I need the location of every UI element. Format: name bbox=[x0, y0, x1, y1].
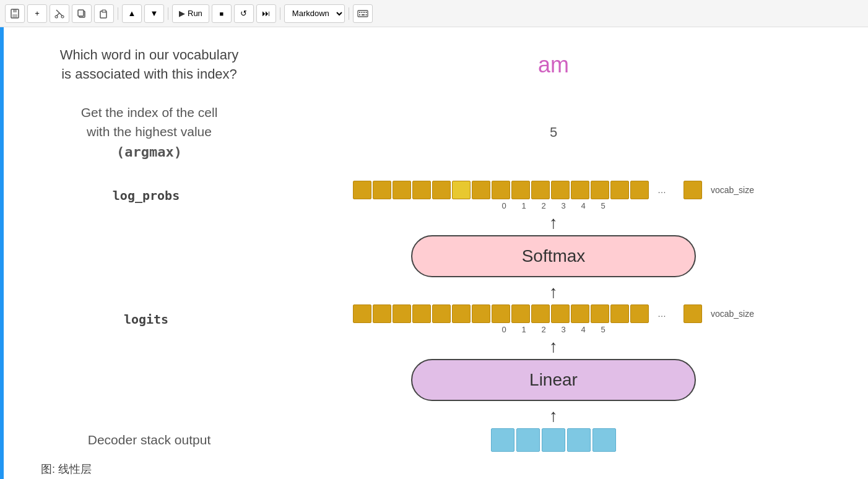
run-label: Run bbox=[188, 9, 202, 18]
argmax-line1: Get the index of the cell bbox=[81, 105, 218, 119]
logit-cell-11 bbox=[571, 304, 589, 323]
cell-type-select[interactable]: Markdown Code Raw bbox=[284, 4, 345, 23]
logit-cell-12 bbox=[591, 304, 609, 323]
log-probs-ellipsis: … bbox=[658, 185, 666, 195]
question-label: Which word in our vocabulary is associat… bbox=[41, 46, 276, 84]
keyboard-button[interactable] bbox=[353, 4, 373, 23]
logit-cell-9 bbox=[531, 304, 550, 323]
move-down-button[interactable]: ▼ bbox=[144, 4, 164, 23]
run-button[interactable]: ▶ Run bbox=[172, 4, 209, 23]
decoder-cells bbox=[491, 428, 616, 452]
logit-cell-0 bbox=[353, 304, 371, 323]
cell-1 bbox=[373, 181, 391, 199]
logit-cell-14 bbox=[630, 304, 649, 323]
cell-0 bbox=[353, 181, 371, 199]
logits-vocab-cell bbox=[684, 304, 702, 323]
linear-box: Linear bbox=[411, 359, 696, 401]
question-line2: is associated with this index? bbox=[61, 66, 237, 82]
restart-button[interactable]: ↺ bbox=[234, 4, 254, 23]
cell-9 bbox=[531, 181, 550, 199]
decoder-visual bbox=[276, 428, 831, 452]
logits-ellipsis-dots: … bbox=[658, 309, 666, 319]
logits-label: logits bbox=[124, 312, 175, 327]
logit-cell-4 bbox=[432, 304, 451, 323]
cell-14 bbox=[630, 181, 649, 199]
cell-3 bbox=[412, 181, 431, 199]
fig-caption: 图: 线性层 bbox=[41, 463, 92, 475]
paste-button[interactable] bbox=[94, 4, 114, 23]
divider-2 bbox=[168, 7, 168, 20]
log-probs-extra-cell bbox=[684, 181, 702, 199]
logit-cell-10 bbox=[551, 304, 570, 323]
decoder-label-col: Decoder stack output bbox=[41, 433, 276, 447]
vocab-cell bbox=[684, 181, 702, 199]
logit-cell-6 bbox=[472, 304, 490, 323]
logits-tensor-row: … vocab_size bbox=[353, 304, 754, 323]
log-probs-label-col: log_probs bbox=[41, 188, 276, 203]
log-probs-index-labels: 0 1 2 3 4 5 bbox=[494, 201, 613, 210]
diagram-area: Which word in our vocabulary is associat… bbox=[4, 27, 868, 479]
logits-visual: … vocab_size 0 1 2 3 4 5 bbox=[276, 304, 831, 334]
add-cell-button[interactable]: + bbox=[27, 4, 47, 23]
save-button[interactable] bbox=[5, 4, 25, 23]
idx-0: 0 bbox=[494, 201, 514, 210]
decoder-label: Decoder stack output bbox=[88, 433, 210, 447]
logits-tensor bbox=[353, 304, 649, 323]
arrow-up-logits: ↑ bbox=[549, 283, 558, 301]
svg-rect-12 bbox=[359, 12, 360, 13]
svg-rect-15 bbox=[365, 12, 367, 13]
decoder-cell-1 bbox=[516, 428, 540, 452]
argmax-label: Get the index of the cell with the highe… bbox=[41, 103, 276, 162]
move-up-button[interactable]: ▲ bbox=[122, 4, 142, 23]
svg-rect-17 bbox=[362, 14, 365, 15]
idx-4: 4 bbox=[573, 201, 593, 210]
cell-13 bbox=[610, 181, 629, 199]
arrow-up-softmax: ↑ bbox=[549, 214, 558, 231]
svg-rect-2 bbox=[12, 14, 17, 17]
log-probs-tensor bbox=[353, 181, 649, 199]
content-area: Which word in our vocabulary is associat… bbox=[0, 27, 868, 479]
logit-idx-0: 0 bbox=[494, 325, 514, 334]
ellipsis-dots: … bbox=[658, 185, 666, 195]
log-probs-tensor-row: … vocab_size bbox=[353, 181, 754, 199]
svg-rect-1 bbox=[13, 9, 17, 12]
svg-rect-8 bbox=[78, 10, 84, 16]
divider-1 bbox=[118, 7, 118, 20]
cut-button[interactable] bbox=[50, 4, 69, 23]
logit-cell-1 bbox=[373, 304, 391, 323]
answer-word-area: am bbox=[276, 52, 831, 78]
logits-extra-cell bbox=[684, 304, 702, 323]
idx-3: 3 bbox=[553, 201, 573, 210]
logits-ellipsis: … bbox=[658, 309, 666, 319]
divider-4 bbox=[349, 7, 349, 20]
argmax-line2: with the highest value bbox=[87, 124, 212, 139]
logit-idx-3: 3 bbox=[553, 325, 573, 334]
fig-caption-area: 图: 线性层 bbox=[41, 462, 92, 477]
decoder-cell-3 bbox=[567, 428, 591, 452]
cell-6 bbox=[472, 181, 490, 199]
decoder-cell-4 bbox=[592, 428, 616, 452]
logit-idx-2: 2 bbox=[534, 325, 553, 334]
log-probs-visual: … vocab_size 0 1 2 3 4 5 bbox=[276, 181, 831, 210]
logits-label-col: logits bbox=[41, 312, 276, 327]
svg-rect-10 bbox=[102, 10, 106, 12]
logit-idx-5: 5 bbox=[593, 325, 613, 334]
toolbar: + ▲ ▼ ▶ Run ■ ↺ ⏭ Markdown Code Raw bbox=[0, 0, 868, 27]
softmax-label: Softmax bbox=[522, 246, 586, 265]
svg-rect-14 bbox=[363, 12, 365, 13]
log-probs-cells bbox=[353, 181, 649, 199]
copy-button[interactable] bbox=[72, 4, 92, 23]
stop-button[interactable]: ■ bbox=[212, 4, 232, 23]
svg-rect-16 bbox=[359, 14, 360, 15]
linear-label: Linear bbox=[529, 370, 578, 389]
fast-forward-button[interactable]: ⏭ bbox=[256, 4, 276, 23]
logit-idx-1: 1 bbox=[514, 325, 534, 334]
logits-index-labels: 0 1 2 3 4 5 bbox=[494, 325, 613, 334]
idx-5: 5 bbox=[593, 201, 613, 210]
logit-cell-5 bbox=[452, 304, 471, 323]
log-probs-label: log_probs bbox=[113, 188, 186, 203]
idx-1: 1 bbox=[514, 201, 534, 210]
cell-7 bbox=[492, 181, 510, 199]
decoder-cell-0 bbox=[491, 428, 514, 452]
cell-8 bbox=[511, 181, 530, 199]
